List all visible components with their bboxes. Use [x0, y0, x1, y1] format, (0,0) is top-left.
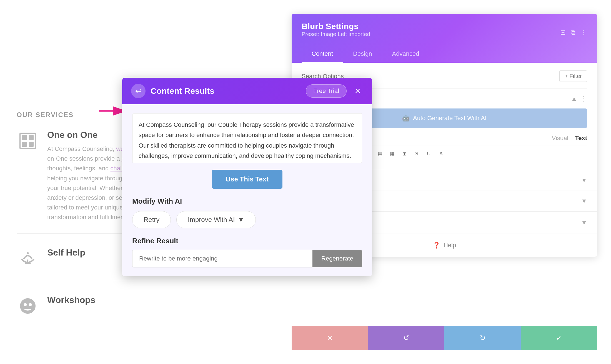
more-icon[interactable]: ⋮: [580, 29, 587, 36]
toolbar-align-justify[interactable]: ▦: [387, 149, 397, 159]
tab-advanced[interactable]: Advanced: [382, 46, 429, 63]
redo-button[interactable]: ↻: [444, 326, 521, 350]
modify-buttons: Retry Improve With AI ▼: [132, 211, 362, 228]
svg-point-9: [24, 303, 27, 306]
panel-header-icons: ⊞ ⧉ ⋮: [560, 29, 587, 36]
svg-point-8: [20, 298, 36, 314]
use-this-text-button[interactable]: Use This Text: [212, 170, 282, 189]
modal-header-right: Free Trial ✕: [306, 84, 363, 98]
content-results-modal: ↩ Content Results Free Trial ✕ At Compas…: [122, 78, 372, 276]
panel-preset: Preset: Image Left imported: [302, 31, 370, 37]
text-section-more[interactable]: ⋮: [580, 95, 587, 103]
columns-icon[interactable]: ⧉: [571, 29, 575, 36]
svg-rect-3: [22, 142, 27, 147]
cancel-button[interactable]: ✕: [292, 326, 368, 350]
save-button[interactable]: ✓: [521, 326, 597, 350]
expand-icon[interactable]: ⊞: [560, 29, 566, 36]
help-icon: ❓: [433, 242, 440, 249]
modify-section: Modify With AI Retry Improve With AI ▼: [132, 197, 362, 228]
modal-close-button[interactable]: ✕: [352, 85, 363, 97]
bottom-action-bar: ✕ ↺ ↻ ✓: [292, 326, 597, 350]
panel-header: Blurb Settings Preset: Image Left import…: [292, 14, 597, 63]
modal-icon: ↩: [131, 84, 146, 98]
filter-button[interactable]: + Filter: [559, 70, 587, 82]
toolbar-underline[interactable]: U: [424, 149, 434, 159]
refine-row: Regenerate: [132, 250, 362, 267]
svg-rect-4: [29, 142, 34, 147]
one-on-one-icon: [17, 130, 39, 152]
text-section-controls: ▲ ⋮: [571, 95, 587, 103]
admin-label-arrow[interactable]: ▼: [581, 219, 587, 226]
refine-section: Refine Result Regenerate: [132, 237, 362, 267]
refine-title: Refine Result: [132, 237, 362, 245]
service-info-self-help: Self Help: [47, 247, 85, 262]
toolbar-align-right[interactable]: ▤: [375, 149, 385, 159]
ai-icon: 🤖: [402, 115, 410, 122]
toolbar-color[interactable]: A: [436, 149, 446, 159]
improve-label: Improve With AI: [188, 216, 235, 224]
text-collapse-up[interactable]: ▲: [571, 95, 577, 102]
tab-content[interactable]: Content: [302, 46, 343, 63]
text-toggle[interactable]: Text: [575, 135, 587, 142]
modal-title: Content Results: [151, 86, 214, 96]
chevron-down-icon: ▼: [238, 216, 244, 224]
panel-header-top: Blurb Settings Preset: Image Left import…: [302, 22, 587, 43]
service-name-self-help: Self Help: [47, 247, 85, 258]
collapsed-2-arrow[interactable]: ▼: [581, 198, 587, 205]
improve-with-ai-button[interactable]: Improve With AI ▼: [176, 211, 256, 228]
regenerate-button[interactable]: Regenerate: [312, 250, 362, 267]
help-label: Help: [444, 242, 456, 249]
back-icon: ↩: [135, 87, 142, 96]
svg-rect-2: [29, 135, 34, 140]
modal-header-left: ↩ Content Results: [131, 84, 214, 98]
tab-design[interactable]: Design: [343, 46, 382, 63]
toolbar-strikethrough[interactable]: S̶: [412, 149, 422, 159]
modify-title: Modify With AI: [132, 197, 362, 206]
retry-button[interactable]: Retry: [132, 211, 171, 228]
panel-title: Blurb Settings: [302, 22, 370, 31]
visual-toggle[interactable]: Visual: [552, 135, 569, 142]
toolbar-table[interactable]: ⊞: [399, 149, 409, 159]
ai-button-label: Auto Generate Text With AI: [413, 115, 487, 122]
service-name-workshops: Workshops: [47, 295, 96, 305]
panel-tabs: Content Design Advanced: [302, 46, 587, 63]
svg-point-7: [27, 252, 29, 254]
result-textarea[interactable]: At Compass Counseling, our Couple Therap…: [132, 113, 362, 163]
undo-button[interactable]: ↺: [368, 326, 444, 350]
self-help-icon: [17, 247, 39, 270]
modal-header: ↩ Content Results Free Trial ✕: [122, 78, 372, 104]
free-trial-badge[interactable]: Free Trial: [306, 84, 347, 98]
service-info-workshops: Workshops: [47, 295, 96, 309]
workshops-icon: [17, 295, 39, 317]
svg-rect-1: [22, 135, 27, 140]
service-item-workshops: Workshops: [17, 295, 200, 328]
svg-point-10: [29, 303, 32, 306]
collapsed-1-arrow[interactable]: ▼: [581, 177, 587, 184]
modal-body: At Compass Counseling, our Couple Therap…: [122, 104, 372, 276]
refine-input[interactable]: [132, 250, 312, 267]
